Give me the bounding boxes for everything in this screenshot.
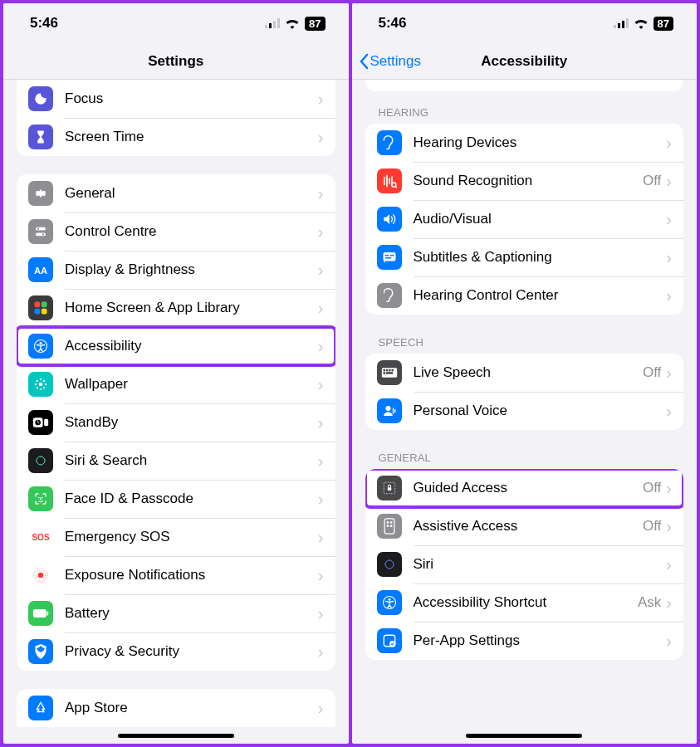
- row-hearingctrl[interactable]: Hearing Control Center›: [365, 276, 684, 315]
- row-label: Wallpaper: [65, 376, 318, 393]
- home-indicator[interactable]: [118, 734, 234, 738]
- row-display[interactable]: AADisplay & Brightness›: [17, 251, 335, 289]
- back-button[interactable]: Settings: [359, 53, 421, 70]
- row-standby[interactable]: StandBy›: [17, 403, 335, 442]
- svg-point-16: [40, 378, 42, 380]
- svg-rect-46: [384, 257, 391, 259]
- row-focus[interactable]: Focus›: [17, 80, 335, 118]
- nav-header: Settings Accessibility: [352, 43, 698, 80]
- svg-rect-51: [391, 369, 394, 372]
- row-hearingdev[interactable]: Hearing Devices›: [365, 124, 684, 162]
- row-siri2[interactable]: Siri›: [365, 545, 684, 583]
- row-label: Emergency SOS: [65, 529, 318, 545]
- row-home[interactable]: Home Screen & App Library›: [17, 289, 335, 327]
- chevron-right-icon: ›: [666, 403, 672, 419]
- chevron-right-icon: ›: [318, 261, 324, 278]
- row-label: Face ID & Passcode: [65, 491, 318, 507]
- chevron-right-icon: ›: [666, 556, 672, 573]
- chevron-right-icon: ›: [666, 480, 672, 496]
- chevron-right-icon: ›: [318, 643, 324, 660]
- hearingdev-icon: [377, 130, 402, 155]
- nav-header: Settings: [3, 43, 349, 80]
- row-guided[interactable]: Guided AccessOff›: [365, 469, 684, 507]
- row-label: Home Screen & App Library: [65, 300, 318, 316]
- row-audiovisual[interactable]: Audio/Visual›: [365, 200, 684, 238]
- svg-rect-38: [614, 25, 616, 28]
- svg-rect-4: [36, 227, 46, 231]
- svg-rect-37: [47, 612, 49, 616]
- svg-rect-45: [389, 255, 394, 256]
- row-soundrec[interactable]: Sound RecognitionOff›: [365, 162, 684, 200]
- svg-point-23: [43, 387, 45, 388]
- row-battery[interactable]: Battery›: [17, 594, 335, 632]
- svg-point-31: [38, 497, 40, 499]
- svg-point-17: [40, 388, 42, 390]
- svg-rect-43: [383, 252, 395, 261]
- row-general[interactable]: General›: [17, 174, 335, 212]
- row-personalvoice[interactable]: Personal Voice›: [365, 392, 684, 430]
- chevron-right-icon: ›: [318, 90, 324, 107]
- row-livespeech[interactable]: Live SpeechOff›: [365, 354, 684, 392]
- row-wallpaper[interactable]: Wallpaper›: [17, 365, 335, 403]
- row-detail: Off: [643, 518, 661, 535]
- chevron-right-icon: ›: [666, 134, 672, 151]
- status-bar: 5:46 87: [352, 3, 698, 43]
- chevron-right-icon: ›: [666, 287, 672, 304]
- svg-rect-2: [273, 21, 276, 28]
- row-label: Accessibility: [65, 338, 318, 354]
- svg-point-62: [381, 557, 396, 572]
- row-label: Display & Brightness: [65, 261, 318, 278]
- row-accessibility[interactable]: Accessibility›: [17, 327, 335, 365]
- chevron-right-icon: ›: [666, 364, 672, 381]
- chevron-right-icon: ›: [318, 529, 324, 545]
- hearingctrl-icon: [377, 283, 402, 308]
- chevron-right-icon: ›: [666, 518, 672, 535]
- row-label: App Store: [65, 700, 318, 716]
- row-detail: Off: [643, 364, 661, 381]
- svg-rect-61: [389, 525, 392, 527]
- svg-point-20: [37, 380, 38, 382]
- chevron-right-icon: ›: [318, 185, 324, 202]
- home-indicator[interactable]: [466, 734, 582, 738]
- settings-list[interactable]: Focus›Screen Time› General›Control Centr…: [3, 80, 349, 744]
- subtitles-icon: [377, 245, 402, 270]
- row-label: Privacy & Security: [65, 643, 318, 660]
- row-faceid[interactable]: Face ID & Passcode›: [17, 480, 335, 518]
- row-sos[interactable]: SOSEmergency SOS›: [17, 518, 335, 556]
- svg-rect-52: [383, 372, 385, 374]
- faceid-icon: [28, 486, 53, 511]
- accessibility-list[interactable]: HEARING Hearing Devices›Sound Recognitio…: [352, 80, 698, 744]
- row-privacy[interactable]: Privacy & Security›: [17, 632, 335, 671]
- privacy-icon: [28, 639, 53, 664]
- row-detail: Ask: [638, 594, 661, 611]
- svg-rect-26: [44, 419, 48, 426]
- siri2-icon: [377, 552, 402, 577]
- group-speech: Live SpeechOff›Personal Voice›: [365, 354, 684, 430]
- svg-rect-56: [387, 487, 391, 491]
- svg-point-15: [39, 383, 43, 387]
- chevron-right-icon: ›: [318, 223, 324, 240]
- control-icon: [28, 219, 53, 244]
- row-shortcut[interactable]: Accessibility ShortcutAsk›: [365, 583, 684, 622]
- row-label: Per-App Settings: [414, 632, 667, 649]
- svg-rect-60: [386, 525, 389, 527]
- chevron-right-icon: ›: [666, 249, 672, 266]
- row-label: Control Centre: [65, 223, 318, 240]
- assistive-icon: [377, 514, 402, 539]
- row-exposure[interactable]: Exposure Notifications›: [17, 556, 335, 594]
- siri-icon: [28, 448, 53, 473]
- row-assistive[interactable]: Assistive AccessOff›: [365, 507, 684, 545]
- status-icons: 87: [614, 17, 673, 31]
- section-header-hearing: HEARING: [352, 91, 698, 124]
- svg-rect-58: [386, 521, 389, 524]
- row-screentime[interactable]: Screen Time›: [17, 118, 335, 156]
- row-subtitles[interactable]: Subtitles & Captioning›: [365, 238, 684, 276]
- cellular-icon: [614, 18, 629, 28]
- chevron-right-icon: ›: [666, 594, 672, 611]
- page-title: Settings: [148, 53, 203, 70]
- row-perapp[interactable]: Per-App Settings›: [365, 622, 684, 660]
- row-siri[interactable]: Siri & Search›: [17, 442, 335, 480]
- row-appstore[interactable]: App Store›: [17, 689, 335, 727]
- row-control[interactable]: Control Centre›: [17, 212, 335, 251]
- svg-point-32: [42, 497, 44, 499]
